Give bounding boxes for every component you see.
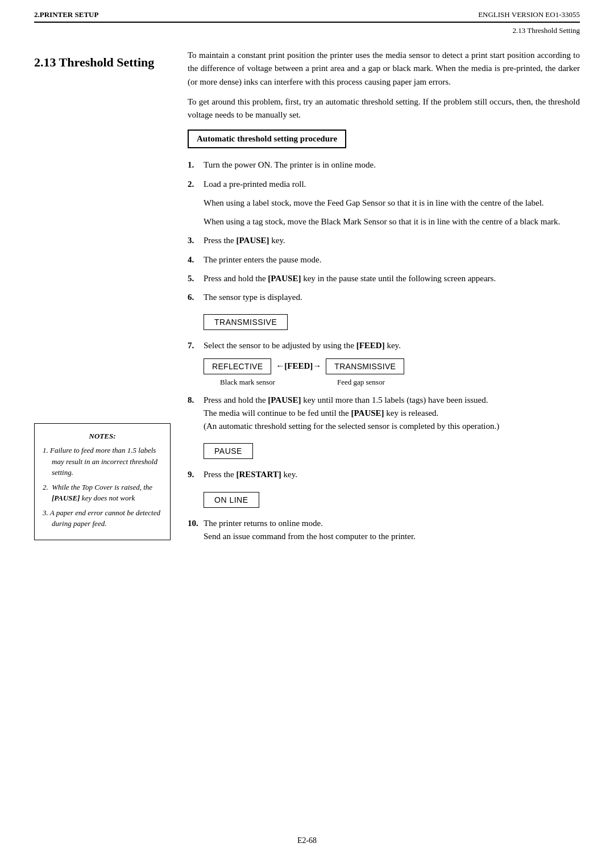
step-5-bold: [PAUSE] [268,274,301,283]
sensor-diagram: REFLECTIVE ←[FEED]→ TRANSMISSIVE [204,358,580,374]
right-column: To maintain a constant print position th… [182,49,580,549]
step-2-text: Load a pre-printed media roll. [204,178,580,191]
header-right: ENGLISH VERSION EO1-33055 [478,10,580,19]
step-1-text: Turn the power ON. The printer is in onl… [204,158,580,172]
step-8-bold2: [PAUSE] [351,408,384,418]
step-10-num: 10. [188,517,204,530]
step-3-text: Press the [PAUSE] key. [204,234,580,247]
step-6: 6. The sensor type is displayed. [188,291,580,304]
transmissive-box: TRANSMISSIVE [326,358,404,374]
step-10-line1: The printer returns to online mode. [204,519,323,528]
step-2-sub1: When using a label stock, move the Feed … [204,197,580,210]
intro-para1: To maintain a constant print position th… [188,49,580,89]
step-4-num: 4. [188,253,204,266]
step-8-text3: (An automatic threshold setting for the … [204,422,499,431]
step-4-text: The printer enters the pause mode. [204,253,580,266]
step-9: 9. Press the [RESTART] key. [188,468,580,481]
intro-para2: To get around this problem, first, try a… [188,95,580,122]
step-7: 7. Select the sensor to be adjusted by u… [188,339,580,352]
notes-title: NOTES: [43,431,162,442]
black-mark-label: Black mark sensor [204,378,292,387]
step-8-pre2: The media will continue to be fed until … [204,408,351,418]
step-4: 4. The printer enters the pause mode. [188,253,580,266]
step-10-line2: Send an issue command from the host comp… [204,532,416,541]
transmissive-screen: TRANSMISSIVE [204,314,288,330]
step-3-post: key. [269,236,285,245]
step-2-num: 2. [188,178,204,191]
note-item-2: 2. While the Top Cover is raised, the [P… [43,482,162,504]
step-8-mid1: key until more than 1.5 labels (tags) ha… [301,395,488,404]
online-screen: ON LINE [204,492,259,508]
feed-arrow: ←[FEED]→ [276,361,321,371]
step-10: 10. The printer returns to online mode. … [188,517,580,544]
step-8: 8. Press and hold the [PAUSE] key until … [188,394,580,433]
subheader: 2.13 Threshold Setting [0,25,614,43]
notes-box: NOTES: 1. Failure to feed more than 1.5 … [34,423,171,540]
step-3: 3. Press the [PAUSE] key. [188,234,580,247]
page: 2.PRINTER SETUP ENGLISH VERSION EO1-3305… [0,0,614,868]
notes-list: 1. Failure to feed more than 1.5 labels … [43,445,162,529]
step-1: 1. Turn the power ON. The printer is in … [188,158,580,172]
step-5-text: Press and hold the [PAUSE] key in the pa… [204,272,580,285]
step-7-num: 7. [188,339,204,352]
sensor-labels: Black mark sensor Feed gap sensor [204,378,580,387]
step-7-bold: [FEED] [356,341,385,350]
main-content: 2.13 Threshold Setting NOTES: 1. Failure… [0,43,614,571]
header-left: 2.PRINTER SETUP [34,10,98,19]
step-2: 2. Load a pre-printed media roll. [188,178,580,191]
note-item-3: 3. A paper end error cannot be detected … [43,507,162,529]
step-6-text: The sensor type is displayed. [204,291,580,304]
step-9-bold: [RESTART] [237,470,281,479]
step-3-num: 3. [188,234,204,247]
reflective-box: REFLECTIVE [204,358,271,374]
steps-container: 1. Turn the power ON. The printer is in … [188,158,580,543]
feed-gap-label: Feed gap sensor [337,378,385,387]
step-9-text: Press the [RESTART] key. [204,468,580,481]
step-9-post: key. [281,470,297,479]
step-5: 5. Press and hold the [PAUSE] key in the… [188,272,580,285]
note-item-1: 1. Failure to feed more than 1.5 labels … [43,445,162,478]
step-5-num: 5. [188,272,204,285]
section-heading: Threshold Setting [59,55,155,69]
section-number: 2.13 [34,55,56,69]
step-10-text: The printer returns to online mode. Send… [204,517,580,544]
step-5-post: key in the pause state until the followi… [301,274,496,283]
step-9-num: 9. [188,468,204,481]
procedure-box: Automatic threshold setting procedure [188,130,346,148]
step-6-num: 6. [188,291,204,304]
left-column: 2.13 Threshold Setting NOTES: 1. Failure… [34,49,182,549]
section-title: 2.13 Threshold Setting [34,55,171,71]
step-2-sub2: When using a tag stock, move the Black M… [204,215,580,228]
header: 2.PRINTER SETUP ENGLISH VERSION EO1-3305… [0,0,614,22]
intro-text: To maintain a constant print position th… [188,49,580,122]
step-3-bold: [PAUSE] [237,236,269,245]
step-8-mid2: key is released. [384,408,439,418]
step-8-text: Press and hold the [PAUSE] key until mor… [204,394,580,433]
pause-screen: PAUSE [204,443,253,459]
step-8-bold1: [PAUSE] [268,395,301,404]
page-number: E2-68 [297,836,317,845]
page-footer: E2-68 [0,825,614,851]
header-divider [34,22,580,23]
step-8-num: 8. [188,394,204,407]
step-7-text: Select the sensor to be adjusted by usin… [204,339,580,352]
step-1-num: 1. [188,158,204,172]
